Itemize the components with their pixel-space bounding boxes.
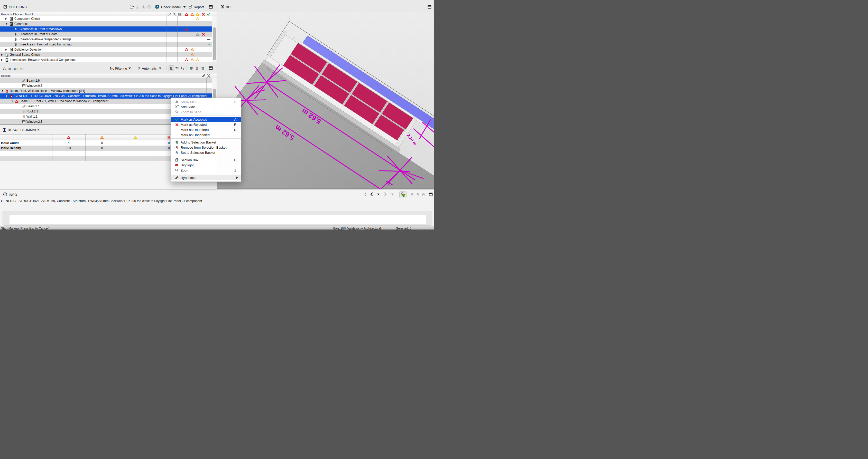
red-triangle-icon[interactable] [185, 12, 188, 16]
yellow-triangle-icon[interactable] [196, 12, 199, 16]
orange-triangle-icon[interactable] [190, 12, 194, 16]
menu-item-label: Remove from Selection Basket [181, 145, 241, 150]
menu-item-mark-as-accepted[interactable]: Mark as AcceptedA [171, 117, 241, 122]
tree-row[interactable]: ▶§General Space Check [0, 52, 212, 57]
expanded-arrow-icon[interactable]: ▼ [11, 100, 13, 102]
prev-icon[interactable] [369, 192, 374, 197]
menu-item-mark-as-rejected[interactable]: Mark as RejectedR [171, 122, 241, 127]
menu-item-set-to-selection-basket[interactable]: Set to Selection Basket [171, 150, 241, 155]
menu-item-add-to-selection-basket[interactable]: Add to Selection Basket [171, 140, 241, 145]
list-settings-icon[interactable] [180, 65, 185, 71]
viewport-3d-scene[interactable]: 5.62 m 5.62 m 2.10 m 1.00 [217, 12, 434, 189]
grouping-dropdown[interactable]: Automatic [137, 66, 161, 71]
open-folder-icon[interactable] [129, 4, 134, 9]
collapsed-arrow-icon[interactable]: ▶ [5, 48, 7, 51]
tree-row-label: Beam.2.1, Roof.2.1, Wall.1.1 too close t… [20, 99, 108, 103]
rule-icon: § [15, 32, 19, 36]
basket-set-icon[interactable] [200, 65, 205, 71]
rejected-x-icon [167, 135, 170, 139]
ruleset-scrollbar[interactable] [212, 16, 217, 62]
list-view-icon[interactable] [175, 65, 180, 71]
red-triangle-icon [185, 27, 188, 31]
tree-row[interactable]: ▶§Component Check [0, 16, 212, 21]
column-divider [177, 16, 178, 62]
slide-column-icon[interactable] [207, 74, 211, 77]
wall-icon [22, 115, 26, 118]
checking-panel: CHECKING Check Model Report Ruleset - Ch… [0, 0, 217, 63]
collapsed-arrow-icon[interactable]: ▶ [1, 54, 3, 56]
ruleset-icon: § [5, 53, 9, 57]
basket-remove-icon[interactable] [194, 65, 200, 71]
summary-value: 3.3 [67, 146, 71, 150]
tree-row[interactable]: §Clearance in Front of Doors [0, 32, 212, 37]
panel-toggle-icon[interactable] [208, 65, 213, 71]
accepted-check-icon[interactable] [207, 12, 211, 16]
filter-dropdown[interactable]: No Filtering [110, 66, 131, 71]
check-model-button[interactable]: Check Model [155, 4, 186, 9]
collapsed-arrow-icon[interactable]: ▶ [5, 18, 7, 20]
sigma-icon: ∑ [3, 127, 6, 132]
panel-toggle-icon[interactable] [428, 192, 433, 197]
results-header: RESULTS [3, 65, 24, 73]
menu-item-add-slide[interactable]: Add Slide...I [171, 104, 241, 109]
tree-view-icon[interactable] [168, 65, 174, 71]
menu-item-section-box[interactable]: Section BoxB [171, 157, 241, 163]
red-triangle-icon [185, 48, 188, 51]
report-button[interactable]: Report [188, 4, 204, 9]
menu-item-label: Mark as Accepted [181, 118, 234, 122]
tree-row[interactable]: ▶§Deficiency Detection [0, 47, 212, 52]
link-column-icon[interactable] [202, 74, 206, 77]
panel-toggle-icon[interactable] [427, 4, 432, 9]
menu-item-remove-from-selection-basket[interactable]: Remove from Selection Basket [171, 145, 241, 150]
tree-row-label: GENERIC - STRUCTURAL 270 x 350, Concrete… [14, 94, 207, 98]
tree-row[interactable]: Window.0.3 [0, 83, 212, 88]
tree-row[interactable]: §Free Area in Front of Fixed FurnishingO… [0, 42, 212, 47]
import-model-icon[interactable] [141, 4, 146, 9]
basket-add-icon[interactable] [189, 65, 194, 71]
menu-item-mark-as-undefined[interactable]: Mark as UndefinedU [171, 127, 241, 132]
panel-toggle-icon[interactable] [208, 4, 213, 9]
description-input[interactable] [9, 215, 426, 224]
tree-row[interactable]: Beam.1.6 [0, 78, 212, 83]
prev-dropdown-caret-icon[interactable] [377, 194, 379, 195]
expanded-arrow-icon[interactable]: ▼ [5, 95, 8, 97]
ok-status-icon: OK [207, 43, 210, 46]
wrench-column-icon[interactable] [173, 12, 176, 16]
ruleset-tree: ▶§Component Check▼§Clearance§Clearance i… [0, 16, 217, 62]
results-tree-header-label[interactable]: Results [1, 74, 10, 77]
tree-row-label: Roof.2.1 [27, 110, 38, 113]
rejected-x-icon [202, 32, 205, 36]
collapsed-arrow-icon[interactable]: ▶ [1, 59, 3, 61]
check-model-caret-icon[interactable] [183, 6, 186, 8]
menu-item-mark-as-unhandled[interactable]: Mark as Unhandled [171, 132, 241, 137]
results-tree-header: Results [0, 73, 217, 78]
check-icon [174, 118, 180, 121]
expanded-arrow-icon[interactable]: ▼ [1, 90, 4, 92]
basket-add-icon [410, 192, 415, 197]
tree-row-selected[interactable]: §Clearance in Front of Windows [0, 27, 212, 32]
next-icon[interactable] [383, 192, 388, 197]
show-in-3d-icon[interactable] [399, 191, 406, 198]
tree-row[interactable]: §Clearance Above Suspended Ceilings— [0, 37, 212, 42]
tree-row[interactable]: ▼Beam, Roof, Wall too close to Window co… [0, 88, 212, 93]
yellow-triangle-icon [196, 17, 199, 21]
sort-icon[interactable] [363, 192, 368, 197]
orange-triangle-icon [190, 48, 194, 51]
import-ruleset-icon[interactable] [135, 4, 140, 9]
box3d-icon [174, 158, 180, 162]
link-column-icon[interactable] [167, 12, 171, 16]
menu-item-hyperlinks[interactable]: Hyperlinks [171, 175, 241, 180]
menu-item-highlight[interactable]: Highlight [171, 163, 241, 168]
tree-row[interactable]: ▼§Clearance [0, 21, 212, 27]
rejected-x-icon[interactable] [202, 12, 205, 16]
tree-row[interactable]: ▶§Intersections Between Architectural Co… [0, 57, 212, 62]
table-column-icon[interactable] [178, 12, 182, 16]
cube-3d-icon [220, 5, 224, 10]
ruleset-tree-header-label[interactable]: Ruleset - Checked Model [1, 12, 33, 16]
ruleset-scrollbar-thumb[interactable] [213, 27, 216, 60]
next-dropdown-caret-icon[interactable] [391, 194, 394, 195]
menu-shortcut: U [234, 128, 237, 132]
menu-item-zoom[interactable]: ZoomZ [171, 168, 241, 173]
red-triangle-icon [67, 135, 70, 139]
expanded-arrow-icon[interactable]: ▼ [5, 23, 8, 25]
